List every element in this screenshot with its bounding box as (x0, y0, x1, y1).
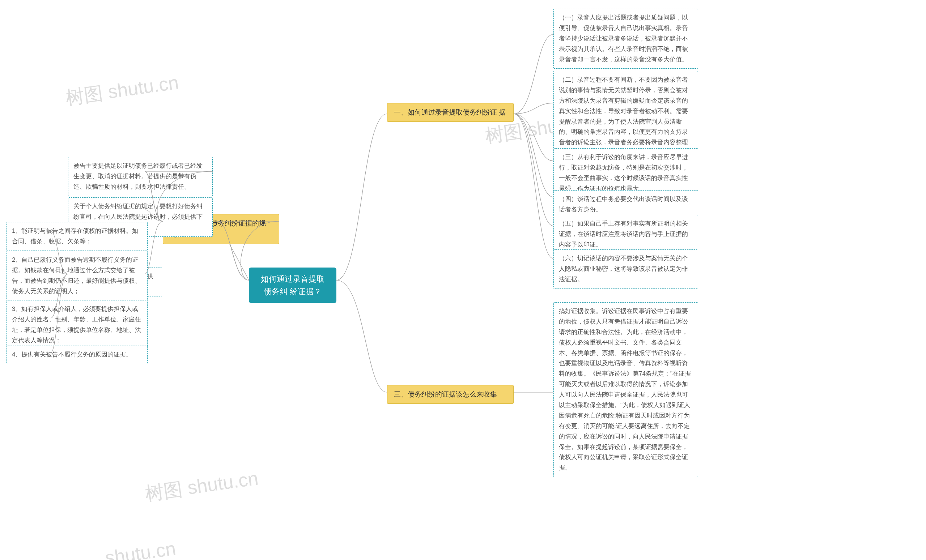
leaf-text: 2、自己已履行义务而被告逾期不履行义务的证据。如钱款在何日何地通过什么方式交给了… (12, 256, 141, 294)
leaf-node[interactable]: 2、自己已履行义务而被告逾期不履行义务的证据。如钱款在何日何地通过什么方式交给了… (6, 251, 148, 301)
leaf-node[interactable]: 1、能证明与被告之间存在债权的证据材料。如合同、借条、收据、欠条等； (6, 222, 148, 251)
leaf-node[interactable]: 3、如有担保人或介绍人，必须要提供担保人或介绍人的姓名、性别、年龄、工作单位、家… (6, 300, 148, 350)
leaf-text: 3、如有担保人或介绍人，必须要提供担保人或介绍人的姓名、性别、年龄、工作单位、家… (12, 305, 141, 344)
leaf-node[interactable]: 4、提供有关被告不履行义务的原因的证据。 (6, 346, 148, 364)
leaf-text: 4、提供有关被告不履行义务的原因的证据。 (12, 351, 132, 358)
leaf-text: 1、能证明与被告之间存在债权的证据材料。如合同、借条、收据、欠条等； (12, 227, 138, 245)
